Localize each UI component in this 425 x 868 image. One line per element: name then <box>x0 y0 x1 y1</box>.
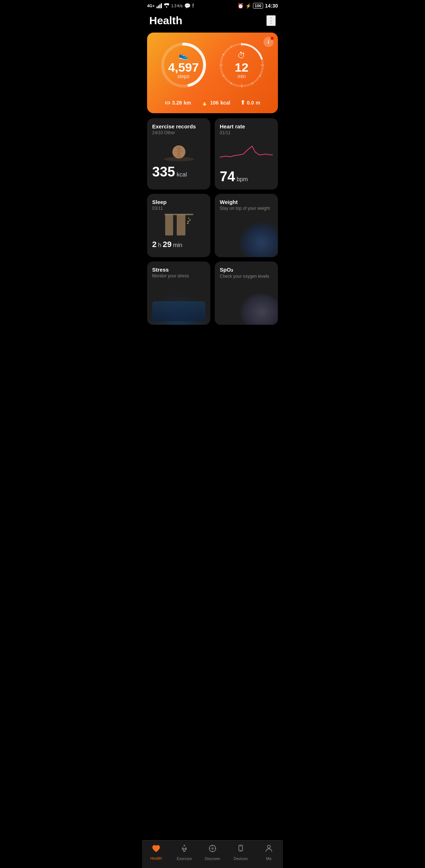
svg-rect-25 <box>165 214 173 235</box>
alarm-icon: ⏰ <box>237 3 244 9</box>
distance-icon: ▭ <box>165 99 170 106</box>
messenger-icon: 💬 <box>184 3 190 9</box>
svg-rect-23 <box>177 155 179 158</box>
sleep-minutes-unit: min <box>173 242 183 248</box>
more-button[interactable]: ⋮ <box>266 15 276 26</box>
steps-circle: 👟 4,597 steps <box>158 40 209 90</box>
svg-rect-40 <box>164 214 193 215</box>
svg-text:Z: Z <box>189 218 191 222</box>
calories-value: 106 <box>210 100 218 106</box>
stress-card[interactable]: Stress Monitor your stress <box>147 261 210 325</box>
weight-card-subtitle: Stay on top of your weight <box>220 206 273 211</box>
spo2-card[interactable]: SpO₂ Check your oxygen levels <box>215 261 278 325</box>
svg-rect-21 <box>175 151 177 152</box>
heart-rate-card-title: Heart rate <box>220 123 273 129</box>
activity-card[interactable]: i 👟 4,597 steps <box>147 33 278 113</box>
timer-icon: ⏱ <box>235 51 249 60</box>
heart-rate-card[interactable]: Heart rate 01/11 74 bpm <box>215 118 278 190</box>
devices-nav-label: Devices <box>233 856 248 861</box>
battery-indicator: 100 <box>253 3 263 9</box>
stress-card-title: Stress <box>152 267 205 273</box>
nav-health[interactable]: Health <box>145 844 167 860</box>
sleep-duration: 2 h 29 min <box>152 240 205 249</box>
climb-icon: ⬆ <box>240 99 245 106</box>
stress-visual <box>152 301 205 321</box>
svg-rect-22 <box>180 151 183 152</box>
status-right: ⏰ ⚡ 100 14:30 <box>237 3 278 9</box>
me-nav-label: Me <box>266 856 271 861</box>
sleep-hours-unit: h <box>158 242 161 248</box>
weight-illustration <box>238 221 278 257</box>
heart-rate-card-subtitle: 01/11 <box>220 130 273 135</box>
steps-icon: 👟 <box>168 51 199 60</box>
heart-rate-unit: bpm <box>237 176 248 182</box>
exercise-nav-label: Exercise <box>177 856 192 861</box>
exercise-card-subtitle: 24/10 Other <box>152 130 205 135</box>
facebook-icon: f <box>192 3 194 9</box>
devices-nav-icon <box>236 844 245 855</box>
exercise-calories-value: 335 <box>152 164 175 179</box>
svg-rect-31 <box>177 214 185 235</box>
exercise-calories-unit: kcal <box>177 171 187 178</box>
sleep-hours-value: 2 <box>152 240 156 249</box>
page-title: Health <box>149 14 183 27</box>
sleep-card-subtitle: 03/11 <box>152 206 205 211</box>
active-time-circle: ⏱ 12 min <box>216 40 267 90</box>
me-nav-icon <box>265 844 273 855</box>
nav-me[interactable]: Me <box>258 844 280 861</box>
calories-unit: kcal <box>220 100 230 106</box>
stress-card-subtitle: Monitor your stress <box>152 273 205 278</box>
sleep-card[interactable]: Sleep 03/11 <box>147 194 210 257</box>
calories-stat: 🔥 106 kcal <box>201 99 230 106</box>
activity-stats: ▭ 3.28 km 🔥 106 kcal ⬆ 0.0 m <box>154 97 271 106</box>
distance-stat: ▭ 3.28 km <box>165 99 191 106</box>
svg-rect-20 <box>177 150 180 155</box>
weight-card[interactable]: Weight Stay on top of your weight <box>215 194 278 257</box>
steps-value: 4,597 <box>168 61 199 73</box>
svg-point-19 <box>177 146 181 150</box>
heart-rate-chart <box>220 142 273 163</box>
sleep-illustration: Z Z Z <box>152 214 205 237</box>
nav-exercise[interactable]: Exercise <box>173 844 195 861</box>
data-speed: 1.3 K/s <box>171 4 183 8</box>
discover-nav-label: Discover <box>205 856 220 861</box>
spo2-card-subtitle: Check your oxygen levels <box>220 274 273 279</box>
sleep-card-title: Sleep <box>152 199 205 205</box>
climb-unit: m <box>256 100 260 106</box>
heart-rate-value: 74 <box>220 169 235 184</box>
health-nav-label: Health <box>150 856 162 860</box>
app-header: Health ⋮ <box>142 10 283 33</box>
distance-value: 3.28 <box>172 100 182 106</box>
sleep-minutes-value: 29 <box>163 240 171 249</box>
activity-circles: 👟 4,597 steps <box>154 40 271 90</box>
info-notification-dot <box>271 37 274 40</box>
status-bar: 4G+ 1.3 K/s 💬 f ⏰ ⚡ 100 <box>142 0 283 10</box>
calories-icon: 🔥 <box>201 99 208 106</box>
signal-bars <box>156 3 162 8</box>
nav-devices[interactable]: Devices <box>230 844 252 861</box>
network-type: 4G+ <box>147 4 155 8</box>
svg-point-43 <box>212 848 213 849</box>
health-icon <box>152 844 160 855</box>
status-left: 4G+ 1.3 K/s 💬 f <box>147 3 194 9</box>
steps-label: steps <box>168 73 199 79</box>
climb-stat: ⬆ 0.0 m <box>240 99 260 106</box>
exercise-nav-icon <box>180 844 189 855</box>
svg-point-51 <box>267 845 270 848</box>
weight-card-title: Weight <box>220 199 273 205</box>
discover-nav-icon <box>208 844 217 855</box>
nav-discover[interactable]: Discover <box>202 844 223 861</box>
svg-text:Z: Z <box>188 217 189 219</box>
exercise-illustration <box>152 138 205 162</box>
clock: 14:30 <box>265 3 278 9</box>
svg-point-49 <box>240 850 241 851</box>
svg-point-41 <box>184 845 185 846</box>
exercise-card-title: Exercise records <box>152 123 205 129</box>
spo2-card-title: SpO₂ <box>220 267 273 273</box>
bluetooth-icon: ⚡ <box>245 3 251 9</box>
climb-value: 0.0 <box>247 100 254 106</box>
bottom-navigation: Health Exercise Discover <box>142 840 283 868</box>
exercise-records-card[interactable]: Exercise records 24/10 Other <box>147 118 210 190</box>
wifi-icon <box>164 3 169 9</box>
active-time-label: min <box>235 73 249 79</box>
